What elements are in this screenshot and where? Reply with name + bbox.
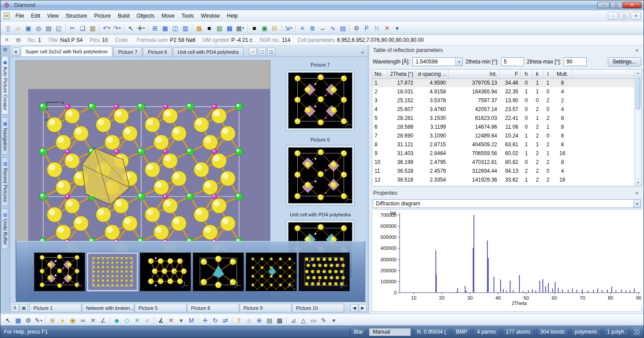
polyhedron-open-icon[interactable]: ◇ [122,316,132,325]
wavelength-combobox[interactable]: 1.540598 ▾ [412,57,463,66]
structure-view-icon[interactable]: ⊞ [150,23,160,33]
delete-menu-icon[interactable]: ▾ [176,316,186,325]
reflection-row-4[interactable]: 425.6073.476042057.1423.570204 [372,105,640,114]
strip-grid-icon[interactable]: ⊞ [3,47,7,52]
undo-icon[interactable]: ↶▾ [101,23,112,33]
picture-tab-picture-1[interactable]: Picture 1 [30,304,82,312]
picture-tab-picture-10[interactable]: Picture 10 [292,304,344,312]
column-header-2theta[interactable]: 2Theta [°] [387,70,416,78]
distances-icon[interactable]: ↔ [318,23,327,33]
thumbnail-frame[interactable] [286,145,355,206]
select-pointer-icon[interactable]: ↖ [126,23,136,33]
picture-gallery-icon[interactable]: ▩ [225,23,234,33]
reflection-row-8[interactable]: 831.1212.8715404509.2263.611128 [372,140,640,149]
mdi-close-button[interactable]: ✕ [631,12,641,20]
resize-grip[interactable] [634,329,640,335]
vertical-scrollbar[interactable]: ▲ ▼ [634,70,641,186]
walls-icon[interactable]: ▤ [265,316,274,325]
reflection-row-6[interactable]: 628.5883.119914674.8611.060218 [372,123,640,131]
ruler-icon[interactable]: ⊿ [288,316,298,325]
new-picture-icon[interactable]: ▧ [214,23,224,33]
tab-recent-pictures[interactable]: ▨Recent Pictures [2,157,9,206]
properties-combobox[interactable]: Diffraction diagram ▾ [373,199,641,208]
select-pointer-icon[interactable]: ↖ [3,316,13,325]
detail-list-icon[interactable]: ≣ [307,23,317,33]
menu-objects[interactable]: Objects [133,11,158,21]
maximize-button[interactable]: ▢ [610,2,622,8]
picture-tab-picture-8[interactable]: Picture 8 [187,304,239,312]
reflection-row-12[interactable]: 1238.5182.3354141929.3633.6212216 [372,175,640,184]
viewpoint-up-icon[interactable]: ⇧ [234,316,244,325]
theta-min-input[interactable] [501,57,524,66]
menu-move[interactable]: Move [158,11,178,21]
center-view-icon[interactable]: ⊕ [255,316,264,325]
shift-icon[interactable]: ⇄ [221,316,230,325]
picture-tab-picture-9[interactable]: Picture 9 [240,304,292,312]
tab-spinner-icon[interactable]: ⇅ [11,304,19,312]
data-sheet-icon[interactable]: ▦ [194,23,204,33]
filmstrip-thumb-5[interactable] [246,253,297,291]
picture-tab-network-with-broken[interactable]: Network with broken... [82,304,134,312]
menu-structure[interactable]: Structure [62,11,91,21]
properties-icon[interactable]: ⚙ [352,23,361,33]
atom-yellow-icon[interactable]: ● [58,316,67,325]
toolbar-overflow-icon[interactable]: ▾ [392,23,402,33]
reflection-row-11[interactable]: 1136.5282.4579312694.4494.132204 [372,167,640,175]
bond-angle-icon[interactable]: ∠ [98,316,108,325]
destroy-polyhedra-icon[interactable]: ✕ [132,316,142,325]
table-view-icon[interactable]: ▥ [180,23,190,33]
diagram-icon[interactable]: ∿ [328,23,337,33]
connect-atoms-icon[interactable]: ∞ [78,316,88,325]
picture-view-icon[interactable]: ▦ [160,23,170,33]
flat-list-icon[interactable]: ≡ [297,23,307,33]
toolbar-overflow-icon[interactable]: ▾ [329,316,339,325]
break-bond-icon[interactable]: ✕ [88,316,98,325]
datasheet-toggle-icon[interactable]: ▤ [16,37,20,43]
menu-help[interactable]: Help [223,11,241,21]
menu-window[interactable]: Window [198,11,224,21]
new-document-icon[interactable]: ▯ [3,23,13,33]
tab-grid-icon[interactable]: ▦ [20,304,28,312]
menu-build[interactable]: Build [114,11,133,21]
move-atoms-icon[interactable]: ✛ [200,316,210,325]
tab-auto-picture-creator[interactable]: ▣Auto Picture Creator [2,56,9,115]
paste-icon[interactable]: ▨ [88,23,97,33]
save-icon[interactable]: ▣ [23,23,33,33]
column-header-mult[interactable]: Mult. [553,70,572,78]
scrollbar-thumb[interactable] [636,78,640,109]
reflection-row-9[interactable]: 931.4032.8464706559.5660.0212116 [372,149,640,158]
polyhedron-icon[interactable]: ◆ [112,316,122,325]
table-icon[interactable]: ▤ [338,23,348,33]
filmstrip-thumb-2[interactable] [87,253,138,291]
split-view-icon[interactable]: ◫ [170,23,180,33]
triangle-icon[interactable]: △ [299,316,308,325]
disabled-tool-icon[interactable]: N [372,23,382,33]
measure-icon[interactable]: ∡ [156,316,166,325]
molecule-icon[interactable]: M [187,316,196,325]
picture-tab-super-cell-2x2x2-with-nas-polyhedron[interactable]: Super cell 2x2x2 with NaS polyhedron [21,46,112,56]
open-folder-icon[interactable]: ▱ [13,23,23,33]
new-picture-folder-icon[interactable]: ▱ [249,48,257,56]
reflection-row-5[interactable]: 528.2813.153061623.0322.410128 [372,114,640,123]
theta-max-input[interactable] [564,57,587,66]
column-header-int[interactable]: Int. [448,70,499,78]
reflection-row-3[interactable]: 325.1523.53787597.3713.900022 [372,96,640,105]
grid-fill-icon[interactable]: ▩ [275,316,285,325]
picture-tree-icon[interactable]: ⊟ [270,23,280,33]
powder-pattern-icon[interactable]: P [362,23,371,33]
redo-icon[interactable]: ↷▾ [112,23,122,33]
blank-picture-icon[interactable]: ■ [250,23,259,33]
video-view-icon[interactable]: ■ [204,23,214,33]
picture-frame-icon[interactable]: ◫ [267,48,275,56]
column-header-l[interactable]: l [543,70,553,78]
picture-tab-picture-6[interactable]: Picture 6 [143,47,172,56]
menu-tools[interactable]: Tools [178,11,198,21]
close-structure-icon[interactable]: ✕ [5,37,9,43]
coordination-icon[interactable]: ○ [142,316,152,325]
filmstrip-thumb-1[interactable] [34,253,85,291]
pan-icon[interactable]: ✛▾ [136,23,146,33]
picture-list-icon[interactable]: ≣ [12,48,20,56]
add-atom-icon[interactable]: ⊕ [48,316,57,325]
pen-icon[interactable]: ✎ [319,316,329,325]
thumbnail-item[interactable]: Picture 6 [286,137,355,206]
